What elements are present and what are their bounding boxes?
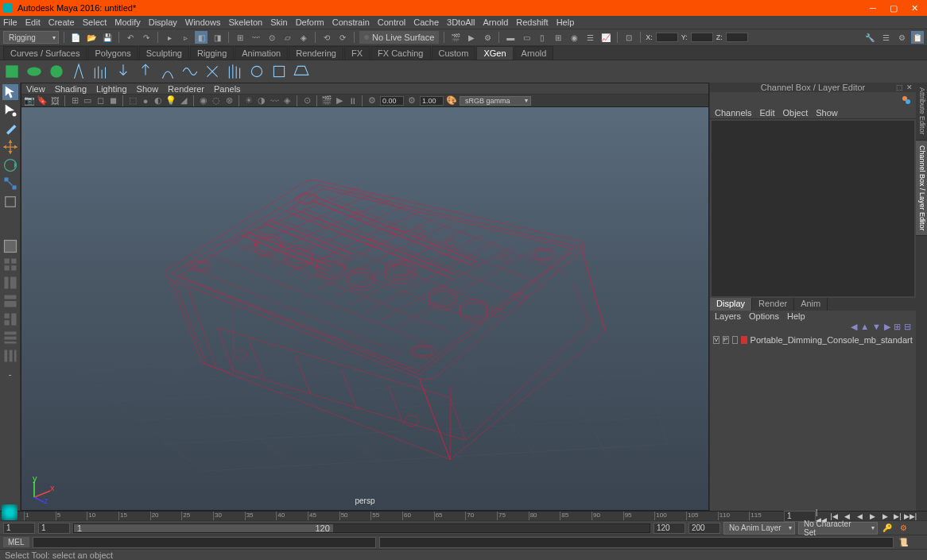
vp-render-icon[interactable]: 🎬 <box>322 96 332 106</box>
snap-curve-icon[interactable]: 〰 <box>250 31 262 44</box>
menu-windows[interactable]: Windows <box>185 17 221 27</box>
toggle-attreditor-icon[interactable]: 📋 <box>911 31 924 44</box>
rotate-tool[interactable] <box>2 157 18 173</box>
menu-modify[interactable]: Modify <box>114 17 140 27</box>
shelf-tab-fxcaching[interactable]: FX Caching <box>370 46 430 60</box>
layout-minus-icon[interactable]: - <box>2 366 18 382</box>
layer-playback-toggle[interactable]: P <box>723 336 729 344</box>
move-tool[interactable] <box>2 139 18 155</box>
layer-up-icon[interactable]: ▲ <box>860 322 869 333</box>
layer-new-icon[interactable]: ◀ <box>851 322 857 333</box>
layer-create-icon[interactable]: ⊞ <box>894 322 901 333</box>
live-surface-button[interactable]: No Live Surface <box>359 31 439 44</box>
grid-toggle-icon[interactable]: ⊞ <box>70 96 80 106</box>
xgen-groom-icon[interactable] <box>226 63 243 80</box>
layer-add-icon[interactable]: ▶ <box>884 322 890 333</box>
select-object-icon[interactable]: ▹ <box>179 31 192 44</box>
le-menu-layers[interactable]: Layers <box>715 311 741 321</box>
layer-name[interactable]: Portable_Dimming_Console_mb_standart:Por… <box>751 335 913 345</box>
xgen-region-icon[interactable] <box>270 63 288 80</box>
range-end-outer[interactable] <box>688 523 720 534</box>
layer-visibility-toggle[interactable]: V <box>713 336 719 344</box>
snap-plane-icon[interactable]: ▱ <box>281 31 294 44</box>
history-on-icon[interactable]: ⟲ <box>320 31 333 44</box>
vp-pause-icon[interactable]: ⏸ <box>347 96 357 106</box>
render-icon[interactable]: 🎬 <box>449 31 462 44</box>
vp-menu-shading[interactable]: Shading <box>55 84 87 94</box>
xgen-export-icon[interactable] <box>114 63 132 80</box>
layer-down-icon[interactable]: ▼ <box>872 322 881 333</box>
forward-end-button[interactable]: ▶▶| <box>905 511 916 522</box>
cb-menu-object[interactable]: Object <box>782 108 808 118</box>
lasso-tool[interactable] <box>2 102 18 118</box>
gate-mask-icon[interactable]: ◼ <box>108 96 118 106</box>
layer-row[interactable]: V P Portable_Dimming_Console_mb_standart… <box>712 334 914 346</box>
menu-select[interactable]: Select <box>83 17 107 27</box>
command-input[interactable] <box>33 537 376 548</box>
menu-help[interactable]: Help <box>557 17 575 27</box>
close-button[interactable]: ✕ <box>905 2 924 14</box>
ao-icon[interactable]: ◑ <box>257 96 266 106</box>
vp-menu-lighting[interactable]: Lighting <box>96 84 127 94</box>
snap-grid-icon[interactable]: ⊞ <box>234 31 246 44</box>
shelf-tab-rigging[interactable]: Rigging <box>190 46 234 60</box>
layout-b-icon[interactable] <box>2 293 18 309</box>
xray-icon[interactable]: ◌ <box>211 96 221 106</box>
history-off-icon[interactable]: ⟳ <box>336 31 349 44</box>
layer-tab-display[interactable]: Display <box>710 298 752 311</box>
redo-icon[interactable]: ↷ <box>140 31 153 44</box>
menu-3dtoall[interactable]: 3DtoAll <box>447 17 475 27</box>
cb-menu-channels[interactable]: Channels <box>715 108 751 118</box>
shelf-tab-custom[interactable]: Custom <box>432 46 476 60</box>
layout-4-icon[interactable]: ⊞ <box>552 31 564 44</box>
menu-file[interactable]: File <box>3 17 17 27</box>
smooth-shade-icon[interactable]: ● <box>141 96 150 106</box>
z-input[interactable] <box>726 33 748 42</box>
undo-icon[interactable]: ↶ <box>124 31 137 44</box>
le-menu-help[interactable]: Help <box>787 311 805 321</box>
render-settings-icon[interactable]: ⚙ <box>481 31 494 44</box>
timeline-ruler[interactable]: 1510152025303540455055606570758085909510… <box>24 512 781 520</box>
auto-key-icon[interactable]: 🔑 <box>881 522 894 535</box>
select-tool[interactable] <box>2 84 18 100</box>
xgen-paint-icon[interactable] <box>248 63 266 80</box>
xgen-create-icon[interactable] <box>3 63 21 80</box>
open-scene-icon[interactable]: 📂 <box>85 31 98 44</box>
save-scene-icon[interactable]: 💾 <box>101 31 114 44</box>
shelf-tab-animation[interactable]: Animation <box>235 46 288 60</box>
use-lights-icon[interactable]: 💡 <box>166 96 176 106</box>
xgen-noise-icon[interactable] <box>181 63 199 80</box>
new-scene-icon[interactable]: 📄 <box>69 31 82 44</box>
vtab-channel-box[interactable]: Channel Box / Layer Editor <box>916 141 927 237</box>
vtab-attribute-editor[interactable]: Attribute Editor <box>916 83 927 141</box>
select-hierarchy-icon[interactable]: ▸ <box>163 31 176 44</box>
layout-c-icon[interactable] <box>2 311 18 327</box>
modeling-toolkit-icon[interactable]: 🔧 <box>863 31 876 44</box>
x-input[interactable] <box>656 33 678 42</box>
layer-type-toggle[interactable] <box>732 336 739 344</box>
step-forward-button[interactable]: ▶| <box>892 511 903 522</box>
toggle-channelbox-icon[interactable]: ☰ <box>879 31 892 44</box>
textured-icon[interactable]: ◐ <box>153 96 163 106</box>
xgen-cut-icon[interactable] <box>204 63 221 80</box>
film-gate-icon[interactable]: ▭ <box>83 96 92 106</box>
layout-a-icon[interactable] <box>2 275 18 291</box>
viewport-3d[interactable]: xyz persp <box>21 107 708 510</box>
shelf-tab-curves[interactable]: Curves / Surfaces <box>3 46 87 60</box>
aa-icon[interactable]: ◈ <box>282 96 292 106</box>
camera-select-icon[interactable]: 📷 <box>25 96 34 106</box>
ipr-icon[interactable]: ▶ <box>465 31 478 44</box>
motion-blur-icon[interactable]: 〰 <box>270 96 279 106</box>
bookmark-icon[interactable]: 🔖 <box>37 96 47 106</box>
image-plane-icon[interactable]: 🖼 <box>50 96 60 106</box>
cb-menu-edit[interactable]: Edit <box>759 108 774 118</box>
maximize-button[interactable]: ▢ <box>884 2 903 14</box>
last-tool[interactable] <box>2 194 18 210</box>
xgen-import-icon[interactable] <box>137 63 154 80</box>
vp-menu-show[interactable]: Show <box>137 84 159 94</box>
le-menu-options[interactable]: Options <box>749 311 779 321</box>
xgen-sphere-icon[interactable] <box>48 63 65 80</box>
range-start-outer[interactable] <box>3 523 35 534</box>
menu-create[interactable]: Create <box>48 17 75 27</box>
menu-skeleton[interactable]: Skeleton <box>228 17 262 27</box>
